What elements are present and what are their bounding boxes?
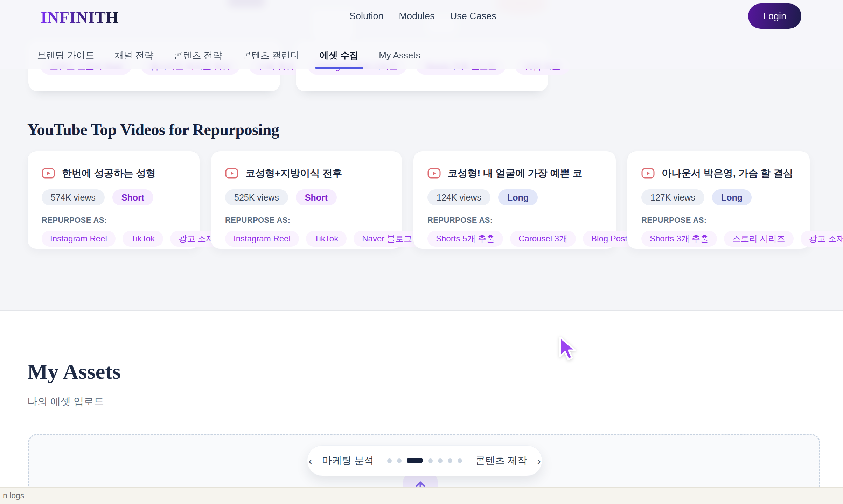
repurpose-tag[interactable]: 광고 소재 <box>801 231 843 247</box>
status-bar: n logs <box>0 487 843 504</box>
carousel-dot-active[interactable] <box>407 458 423 463</box>
youtube-icon <box>641 168 655 178</box>
video-type-badge: Short <box>112 189 153 205</box>
main-nav: Solution Modules Use Cases <box>349 0 496 32</box>
sticky-header: INFINITH Solution Modules Use Cases Logi… <box>0 0 843 69</box>
my-assets-title: My Assets <box>27 359 121 384</box>
tab-branding-guide[interactable]: 브랜딩 가이드 <box>37 42 94 69</box>
video-type-badge: Short <box>296 189 337 205</box>
repurpose-tag[interactable]: Shorts 5개 추출 <box>427 231 503 247</box>
carousel-next-label[interactable]: 콘텐츠 제작 <box>475 454 527 467</box>
views-badge: 124K views <box>427 189 490 205</box>
repurpose-tag[interactable]: Carousel 3개 <box>510 231 576 247</box>
my-assets-subtitle: 나의 에셋 업로드 <box>27 395 104 409</box>
video-card[interactable]: 아나운서 박은영, 가슴 할 결심 127K views Long REPURP… <box>627 151 810 249</box>
carousel-dot[interactable] <box>448 458 452 463</box>
repurpose-as-label: REPURPOSE AS: <box>641 216 796 225</box>
tab-my-assets[interactable]: My Assets <box>379 42 420 69</box>
login-button[interactable]: Login <box>748 4 801 29</box>
my-assets-section: My Assets 나의 에셋 업로드 ‹ 마케팅 분석 콘텐츠 제작 › <box>0 311 843 504</box>
video-title: 한번에 성공하는 성형 <box>62 167 156 180</box>
views-badge: 574K views <box>42 189 105 205</box>
repurpose-tag[interactable]: Shorts 3개 추출 <box>641 231 717 247</box>
views-badge: 127K views <box>641 189 704 205</box>
tab-content-strategy[interactable]: 콘텐츠 전략 <box>174 42 222 69</box>
repurpose-as-label: REPURPOSE AS: <box>42 216 186 225</box>
video-card[interactable]: 한번에 성공하는 성형 574K views Short REPURPOSE A… <box>27 151 200 249</box>
section-title-youtube-repurposing: YouTube Top Videos for Repurposing <box>27 120 279 139</box>
video-title: 아나운서 박은영, 가슴 할 결심 <box>662 167 793 180</box>
section-carousel: ‹ 마케팅 분석 콘텐츠 제작 › <box>307 445 542 476</box>
carousel-dot[interactable] <box>458 458 462 463</box>
chevron-left-icon[interactable]: ‹ <box>308 455 313 467</box>
logo-infinith[interactable]: INFINITH <box>41 8 119 27</box>
nav-item-use-cases[interactable]: Use Cases <box>450 11 496 22</box>
video-title: 코성형! 내 얼굴에 가장 예쁜 코 <box>448 167 582 180</box>
status-bar-text[interactable]: n logs <box>3 491 24 500</box>
carousel-dot[interactable] <box>428 458 433 463</box>
carousel-prev-label[interactable]: 마케팅 분석 <box>322 454 374 467</box>
chevron-right-icon[interactable]: › <box>536 455 542 467</box>
repurpose-tag[interactable]: 스토리 시리즈 <box>724 231 794 247</box>
carousel-dot[interactable] <box>438 458 443 463</box>
repurpose-as-label: REPURPOSE AS: <box>225 216 388 225</box>
section-divider <box>0 310 843 311</box>
video-card[interactable]: 코성형! 내 얼굴에 가장 예쁜 코 124K views Long REPUR… <box>413 151 616 249</box>
carousel-dot[interactable] <box>397 458 402 463</box>
video-type-badge: Long <box>712 189 752 205</box>
repurpose-tag[interactable]: Instagram Reel <box>42 231 116 247</box>
nav-item-solution[interactable]: Solution <box>349 11 384 22</box>
video-type-badge: Long <box>498 189 538 205</box>
video-cards-row: 한번에 성공하는 성형 574K views Short REPURPOSE A… <box>27 151 810 249</box>
tab-channel-strategy[interactable]: 채널 전략 <box>114 42 153 69</box>
video-title: 코성형+지방이식 전후 <box>245 167 342 180</box>
carousel-dot[interactable] <box>387 458 392 463</box>
repurpose-as-label: REPURPOSE AS: <box>427 216 602 225</box>
views-badge: 525K views <box>225 189 288 205</box>
repurpose-tag[interactable]: TikTok <box>306 231 347 247</box>
nav-item-modules[interactable]: Modules <box>399 11 435 22</box>
module-tabs: 브랜딩 가이드 채널 전략 콘텐츠 전략 콘텐츠 캘린더 에셋 수집 My As… <box>37 42 420 69</box>
video-card[interactable]: 코성형+지방이식 전후 525K views Short REPURPOSE A… <box>211 151 402 249</box>
carousel-dots <box>387 458 462 463</box>
tab-content-calendar[interactable]: 콘텐츠 캘린더 <box>242 42 299 69</box>
youtube-icon <box>427 168 441 178</box>
youtube-icon <box>225 168 238 178</box>
page: 브랜드 스토리 Reel 웹사이트 히어로 영상 신뢰 형성 소재 Instag… <box>0 0 843 504</box>
repurpose-tag[interactable]: TikTok <box>123 231 163 247</box>
repurpose-tag[interactable]: Instagram Reel <box>225 231 299 247</box>
tab-asset-collection[interactable]: 에셋 수집 <box>320 42 358 69</box>
youtube-icon <box>42 168 55 178</box>
